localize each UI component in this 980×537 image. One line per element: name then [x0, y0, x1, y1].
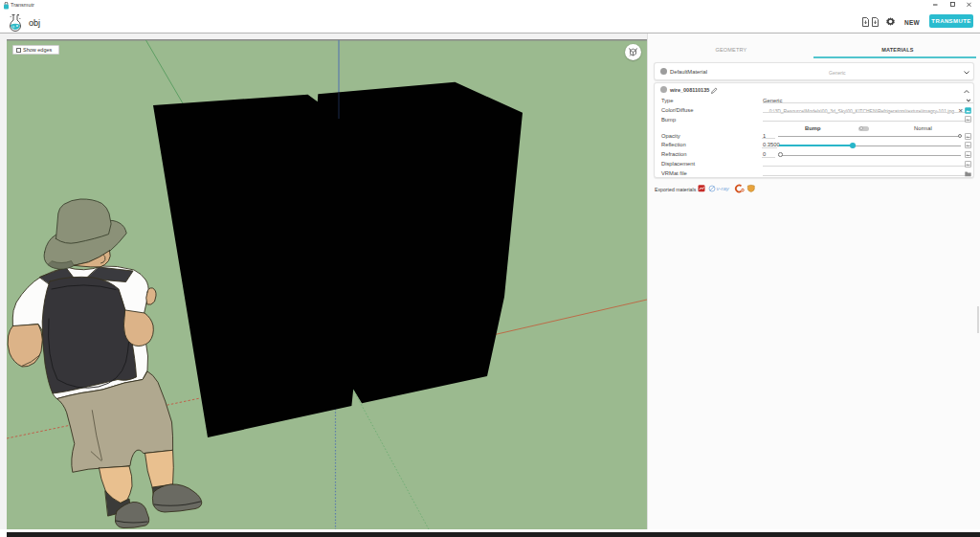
- svg-text:v-ray: v-ray: [717, 186, 730, 191]
